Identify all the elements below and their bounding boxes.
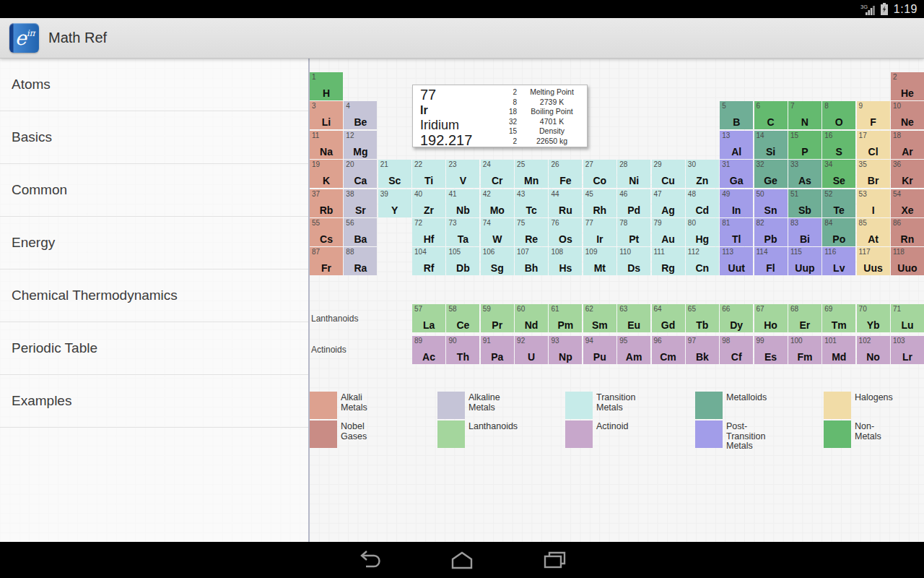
element-cell-Ge[interactable]: 32Ge: [754, 160, 788, 188]
element-cell-Hg[interactable]: 80Hg: [686, 218, 719, 246]
element-cell-Ta[interactable]: 73Ta: [446, 218, 479, 246]
element-cell-Er[interactable]: 68Er: [788, 304, 821, 332]
element-cell-S[interactable]: 16S: [822, 131, 855, 159]
element-cell-Sg[interactable]: 106Sg: [481, 247, 514, 275]
element-cell-Th[interactable]: 90Th: [446, 336, 479, 364]
element-cell-Cs[interactable]: 55Cs: [310, 218, 343, 246]
element-cell-Fl[interactable]: 114Fl: [754, 247, 788, 275]
element-cell-Pb[interactable]: 82Pb: [754, 218, 788, 246]
element-cell-Au[interactable]: 79Au: [652, 218, 685, 246]
element-cell-Ce[interactable]: 58Ce: [446, 304, 479, 332]
element-cell-Pd[interactable]: 46Pd: [617, 189, 650, 217]
element-cell-F[interactable]: 9F: [857, 101, 890, 129]
element-cell-Ra[interactable]: 88Ra: [344, 247, 377, 275]
element-cell-La[interactable]: 57La: [412, 304, 445, 332]
element-cell-In[interactable]: 49In: [720, 189, 753, 217]
element-cell-Co[interactable]: 27Co: [583, 160, 616, 188]
element-cell-Mg[interactable]: 12Mg: [344, 131, 377, 159]
element-cell-V[interactable]: 23V: [446, 160, 479, 188]
back-button[interactable]: [354, 542, 385, 578]
element-cell-Eu[interactable]: 63Eu: [617, 304, 650, 332]
element-cell-Sb[interactable]: 51Sb: [788, 189, 821, 217]
element-cell-Gd[interactable]: 64Gd: [652, 304, 685, 332]
element-cell-Al[interactable]: 13Al: [720, 131, 753, 159]
element-cell-He[interactable]: 2He: [891, 72, 924, 100]
element-cell-Yb[interactable]: 70Yb: [857, 304, 890, 332]
sidebar-item-basics[interactable]: Basics: [0, 111, 308, 164]
element-cell-Bi[interactable]: 83Bi: [788, 218, 821, 246]
element-cell-Hs[interactable]: 108Hs: [549, 247, 582, 275]
element-cell-Rb[interactable]: 37Rb: [310, 189, 343, 217]
element-cell-Np[interactable]: 93Np: [549, 336, 582, 364]
app-logo-icon[interactable]: eiπ: [9, 23, 39, 53]
element-cell-Es[interactable]: 99Es: [754, 336, 788, 364]
element-cell-Am[interactable]: 95Am: [617, 336, 650, 364]
element-cell-Os[interactable]: 76Os: [549, 218, 582, 246]
element-cell-B[interactable]: 5B: [720, 101, 753, 129]
element-cell-Uup[interactable]: 115Uup: [788, 247, 821, 275]
element-cell-Lr[interactable]: 103Lr: [891, 336, 924, 364]
element-cell-Bk[interactable]: 97Bk: [686, 336, 719, 364]
element-cell-At[interactable]: 85At: [857, 218, 890, 246]
sidebar-item-chemical-thermodynamics[interactable]: Chemical Thermodynamics: [0, 269, 308, 322]
element-cell-Br[interactable]: 35Br: [857, 160, 890, 188]
element-cell-Cf[interactable]: 98Cf: [720, 336, 753, 364]
element-cell-Rn[interactable]: 86Rn: [891, 218, 924, 246]
element-cell-Ho[interactable]: 67Ho: [754, 304, 788, 332]
home-button[interactable]: [446, 542, 478, 578]
element-cell-Be[interactable]: 4Be: [344, 101, 377, 129]
element-cell-As[interactable]: 33As: [788, 160, 821, 188]
element-cell-Ba[interactable]: 56Ba: [344, 218, 377, 246]
element-cell-U[interactable]: 92U: [515, 336, 548, 364]
element-cell-Pt[interactable]: 78Pt: [617, 218, 650, 246]
element-cell-Sm[interactable]: 62Sm: [583, 304, 616, 332]
element-cell-Ca[interactable]: 20Ca: [344, 160, 377, 188]
element-cell-Lv[interactable]: 116Lv: [822, 247, 855, 275]
element-cell-Cl[interactable]: 17Cl: [857, 131, 890, 159]
element-cell-No[interactable]: 102No: [857, 336, 890, 364]
element-cell-Ac[interactable]: 89Ac: [412, 336, 445, 364]
element-cell-Nb[interactable]: 41Nb: [446, 189, 479, 217]
element-cell-Pu[interactable]: 94Pu: [583, 336, 616, 364]
element-cell-Y[interactable]: 39Y: [378, 189, 411, 217]
element-cell-Ne[interactable]: 10Ne: [891, 101, 924, 129]
element-cell-Ru[interactable]: 44Ru: [549, 189, 582, 217]
element-cell-H[interactable]: 1H: [310, 72, 343, 100]
element-cell-Tl[interactable]: 81Tl: [720, 218, 753, 246]
element-cell-Kr[interactable]: 36Kr: [891, 160, 924, 188]
element-cell-Ar[interactable]: 18Ar: [891, 131, 924, 159]
element-cell-Uut[interactable]: 113Uut: [720, 247, 753, 275]
element-cell-Hf[interactable]: 72Hf: [412, 218, 445, 246]
element-cell-Uus[interactable]: 117Uus: [857, 247, 890, 275]
element-cell-Pr[interactable]: 59Pr: [481, 304, 514, 332]
element-cell-Tc[interactable]: 43Tc: [515, 189, 548, 217]
element-cell-Ag[interactable]: 47Ag: [652, 189, 685, 217]
recents-button[interactable]: [539, 542, 570, 578]
element-cell-O[interactable]: 8O: [822, 101, 855, 129]
element-cell-Fr[interactable]: 87Fr: [310, 247, 343, 275]
element-cell-Rf[interactable]: 104Rf: [412, 247, 445, 275]
element-cell-Ni[interactable]: 28Ni: [617, 160, 650, 188]
element-cell-Ds[interactable]: 110Ds: [617, 247, 650, 275]
element-cell-Na[interactable]: 11Na: [310, 131, 343, 159]
element-cell-Fm[interactable]: 100Fm: [788, 336, 821, 364]
element-cell-Fe[interactable]: 26Fe: [549, 160, 582, 188]
element-cell-Cm[interactable]: 96Cm: [652, 336, 685, 364]
element-cell-Pa[interactable]: 91Pa: [481, 336, 514, 364]
element-cell-Cr[interactable]: 24Cr: [481, 160, 514, 188]
element-cell-K[interactable]: 19K: [310, 160, 343, 188]
element-cell-Db[interactable]: 105Db: [446, 247, 479, 275]
element-cell-Bh[interactable]: 107Bh: [515, 247, 548, 275]
element-cell-C[interactable]: 6C: [754, 101, 788, 129]
element-cell-Zn[interactable]: 30Zn: [686, 160, 719, 188]
sidebar-item-periodic-table[interactable]: Periodic Table: [0, 322, 308, 375]
sidebar-item-energy[interactable]: Energy: [0, 217, 308, 269]
element-cell-Pm[interactable]: 61Pm: [549, 304, 582, 332]
element-cell-N[interactable]: 7N: [788, 101, 821, 129]
element-cell-I[interactable]: 53I: [857, 189, 890, 217]
element-cell-Te[interactable]: 52Te: [822, 189, 855, 217]
sidebar-item-examples[interactable]: Examples: [0, 375, 308, 428]
element-cell-Rh[interactable]: 45Rh: [583, 189, 616, 217]
element-cell-P[interactable]: 15P: [788, 131, 821, 159]
element-cell-Ir[interactable]: 77Ir: [583, 218, 616, 246]
